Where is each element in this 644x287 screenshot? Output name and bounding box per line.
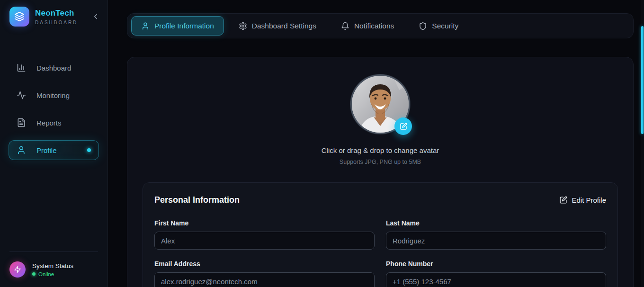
brand-name: NeonTech (35, 9, 89, 18)
tab-label: Notifications (354, 22, 394, 30)
gear-icon (239, 22, 247, 30)
personal-info-form: First Name Last Name Email Address Phone… (154, 219, 606, 287)
edit-pen-icon (400, 123, 407, 130)
tab-label: Security (432, 22, 458, 30)
scrollbar-thumb[interactable] (641, 26, 644, 134)
first-name-input[interactable] (154, 232, 375, 250)
tab-profile-information[interactable]: Profile Information (131, 16, 224, 36)
first-name-label: First Name (154, 219, 375, 227)
online-dot (32, 272, 36, 276)
field-first-name: First Name (154, 219, 375, 250)
sidebar-item-label: Dashboard (36, 64, 71, 72)
chevron-left-icon (91, 12, 100, 21)
tab-bar: Profile Information Dashboard Settings N… (127, 13, 634, 38)
status-title: System Status (32, 262, 73, 269)
tab-dashboard-settings[interactable]: Dashboard Settings (229, 16, 326, 36)
sidebar-item-label: Profile (36, 146, 57, 154)
sidebar-item-monitoring[interactable]: Monitoring (9, 85, 99, 105)
tab-notifications[interactable]: Notifications (331, 16, 404, 36)
edit-profile-label: Edit Profile (572, 196, 606, 204)
sidebar-item-dashboard[interactable]: Dashboard (9, 58, 99, 78)
field-last-name: Last Name (386, 219, 606, 250)
active-indicator-dot (87, 148, 91, 152)
main-content: Profile Information Dashboard Settings N… (108, 0, 644, 287)
tab-label: Profile Information (154, 22, 214, 30)
phone-input[interactable] (386, 272, 606, 287)
email-input[interactable] (154, 272, 375, 287)
edit-pen-icon (559, 196, 567, 204)
file-text-icon (17, 118, 26, 127)
status-badge (9, 261, 26, 278)
brand-header: NeonTech DASHBOARD (0, 0, 107, 33)
sidebar-item-label: Monitoring (36, 91, 70, 99)
scrollbar-track[interactable] (641, 0, 644, 287)
user-icon (141, 22, 150, 30)
bar-chart-icon (17, 63, 26, 72)
user-icon (17, 145, 26, 155)
shield-icon (419, 22, 427, 30)
last-name-label: Last Name (386, 219, 606, 227)
section-title: Personal Information (154, 195, 240, 205)
avatar-edit-button[interactable] (394, 117, 412, 135)
field-phone: Phone Number (386, 260, 606, 287)
personal-information-card: Personal Information Edit Profile First … (143, 182, 618, 287)
sidebar-collapse-button[interactable] (89, 10, 102, 23)
sidebar-item-profile[interactable]: Profile (9, 140, 99, 160)
avatar-hint: Supports JPG, PNG up to 5MB (143, 159, 618, 165)
brand-subtitle: DASHBOARD (35, 20, 89, 25)
field-email: Email Address (154, 260, 375, 287)
sidebar: NeonTech DASHBOARD Dashboard Monitor (0, 0, 108, 287)
edit-profile-button[interactable]: Edit Profile (559, 196, 606, 204)
bell-icon (341, 22, 349, 30)
status-state-label: Online (38, 271, 54, 277)
profile-card: Click or drag & drop to change avatar Su… (127, 57, 634, 287)
avatar-dropzone[interactable] (350, 74, 410, 134)
sidebar-item-reports[interactable]: Reports (9, 113, 99, 133)
layers-icon (14, 11, 25, 22)
brand-logo (9, 7, 29, 27)
phone-label: Phone Number (386, 260, 606, 268)
system-status: System Status Online (0, 252, 107, 287)
last-name-input[interactable] (386, 232, 606, 250)
zap-icon (14, 266, 21, 273)
tab-label: Dashboard Settings (252, 22, 316, 30)
sidebar-item-label: Reports (36, 119, 62, 127)
activity-icon (17, 90, 26, 100)
email-label: Email Address (154, 260, 375, 268)
avatar-caption: Click or drag & drop to change avatar (143, 146, 618, 154)
tab-security[interactable]: Security (409, 16, 468, 36)
sidebar-nav: Dashboard Monitoring Reports (0, 58, 107, 160)
